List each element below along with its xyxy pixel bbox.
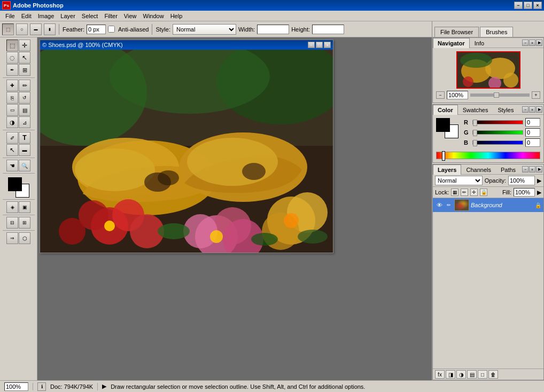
navigator-close-button[interactable]: × (529, 40, 535, 46)
b-slider[interactable] (472, 140, 523, 145)
hand-tool[interactable] (6, 160, 18, 171)
move-tool[interactable] (19, 40, 30, 51)
doc-restore-button[interactable]: □ (316, 42, 323, 48)
menu-view[interactable]: View (121, 12, 140, 20)
marquee-col-button[interactable]: ▮ (44, 23, 56, 35)
full-screen-button[interactable]: ⊞ (19, 217, 30, 229)
gradient-tool[interactable] (19, 104, 30, 116)
dodge-tool[interactable] (6, 116, 18, 128)
paths-tab[interactable]: Paths (496, 164, 520, 175)
blend-mode-select[interactable]: Normal Multiply Screen Overlay (435, 176, 483, 185)
new-layer-button[interactable]: □ (478, 370, 487, 379)
zoom-in-button[interactable]: + (532, 91, 540, 99)
navigator-minimize-button[interactable]: − (522, 40, 529, 46)
eyedropper-tool[interactable] (6, 64, 18, 76)
zoom-input[interactable] (447, 91, 468, 99)
status-info-button[interactable]: ℹ (37, 382, 46, 391)
menu-file[interactable]: File (2, 12, 18, 20)
zoom-slider[interactable] (470, 93, 530, 97)
navigator-tab[interactable]: Navigator (433, 38, 470, 48)
b-value[interactable] (525, 138, 540, 147)
color-minimize-button[interactable]: − (522, 106, 529, 113)
menu-edit[interactable]: Edit (18, 12, 35, 20)
go-to-bridge-button[interactable]: ⇒ (6, 232, 18, 244)
eraser-tool[interactable] (6, 104, 18, 116)
minimize-button[interactable]: − (514, 2, 523, 9)
info-tab[interactable]: Info (470, 38, 489, 48)
quick-select-tool[interactable] (19, 52, 30, 64)
fg-color-swatch[interactable] (436, 118, 450, 132)
lock-transparent-button[interactable]: ▦ (451, 189, 458, 196)
history-brush-tool[interactable]: ↺ (19, 92, 30, 104)
lock-position-button[interactable]: ✛ (470, 189, 478, 196)
foreground-color[interactable] (8, 177, 22, 191)
layers-close-button[interactable]: × (529, 166, 535, 173)
fill-arrow[interactable]: ▶ (537, 189, 541, 196)
clone-tool[interactable] (6, 92, 18, 104)
navigator-menu-button[interactable]: ▶ (536, 40, 542, 46)
menu-filter[interactable]: Filter (101, 12, 120, 20)
marquee-row-button[interactable]: ▬ (30, 23, 42, 35)
status-zoom-input[interactable] (4, 382, 28, 391)
feather-input[interactable] (87, 25, 106, 34)
layers-menu-button[interactable]: ▶ (536, 166, 542, 173)
layer-visibility-toggle[interactable]: 👁 (435, 201, 444, 209)
marquee-tool[interactable] (6, 40, 18, 51)
brush-tool[interactable] (19, 80, 30, 91)
quick-mask-button[interactable]: ◈ (6, 201, 18, 213)
anti-aliased-checkbox[interactable] (108, 26, 115, 33)
marquee-ellipse-button[interactable]: ○ (16, 23, 28, 35)
width-input[interactable] (257, 25, 289, 34)
lock-all-button[interactable]: 🔒 (480, 189, 487, 196)
layers-tab[interactable]: Layers (433, 164, 461, 175)
channels-tab[interactable]: Channels (461, 164, 495, 175)
layer-effects-button[interactable]: fx (435, 370, 445, 379)
file-browser-tab[interactable]: File Browser (434, 27, 479, 37)
opacity-arrow[interactable]: ▶ (537, 177, 541, 184)
menu-layer[interactable]: Layer (57, 12, 79, 20)
menu-image[interactable]: Image (35, 12, 58, 20)
screen-mode-button[interactable]: ⊟ (6, 217, 18, 229)
marquee-rect-button[interactable]: ⬚ (2, 23, 14, 35)
standard-mode-button[interactable]: ▣ (19, 201, 30, 213)
delete-layer-button[interactable]: 🗑 (488, 370, 498, 379)
zoom-tool[interactable] (19, 160, 30, 171)
shape-tool[interactable] (19, 144, 30, 156)
text-tool[interactable] (19, 132, 30, 144)
g-slider[interactable] (472, 130, 523, 135)
blur-tool[interactable] (19, 116, 30, 128)
pen-tool[interactable] (6, 132, 18, 144)
doc-close-button[interactable]: × (324, 42, 331, 48)
style-select[interactable]: Normal Fixed Aspect Ratio Fixed Size (173, 24, 236, 35)
swatches-tab[interactable]: Swatches (458, 105, 493, 115)
spectrum-bar[interactable] (436, 152, 540, 159)
fill-input[interactable] (514, 188, 535, 197)
layers-minimize-button[interactable]: − (522, 166, 529, 173)
opacity-input[interactable] (508, 176, 535, 185)
doc-minimize-button[interactable]: − (308, 42, 315, 48)
lock-image-button[interactable]: ✏ (461, 189, 468, 196)
maximize-button[interactable]: □ (524, 2, 532, 9)
3d-tool[interactable] (19, 232, 30, 244)
menu-help[interactable]: Help (167, 12, 186, 20)
layer-mask-button[interactable]: ◨ (446, 370, 455, 379)
new-group-button[interactable]: ▤ (467, 370, 477, 379)
g-value[interactable] (525, 128, 540, 137)
color-tab[interactable]: Color (433, 105, 458, 115)
menu-select[interactable]: Select (79, 12, 102, 20)
color-menu-button[interactable]: ▶ (536, 106, 542, 113)
menu-window[interactable]: Window (140, 12, 167, 20)
brushes-tab[interactable]: Brushes (480, 27, 513, 37)
r-slider[interactable] (472, 120, 523, 124)
lasso-tool[interactable] (6, 52, 18, 64)
layer-background[interactable]: 👁 ✏ Background 🔒 (433, 198, 543, 212)
zoom-out-button[interactable]: − (436, 91, 445, 99)
heal-tool[interactable] (6, 80, 18, 91)
path-select-tool[interactable] (6, 144, 18, 156)
new-fill-layer-button[interactable]: ◑ (456, 370, 466, 379)
crop-tool[interactable] (19, 64, 30, 76)
styles-tab[interactable]: Styles (493, 105, 518, 115)
height-input[interactable] (312, 25, 344, 34)
close-button[interactable]: × (533, 2, 542, 9)
status-arrow[interactable]: ▶ (102, 383, 106, 390)
